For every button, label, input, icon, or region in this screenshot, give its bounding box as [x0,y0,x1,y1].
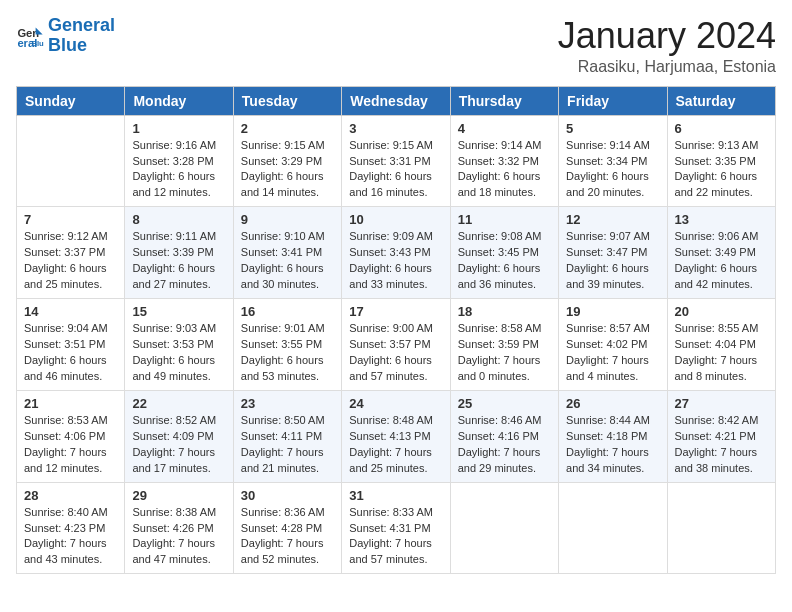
day-number: 13 [675,212,768,227]
day-info: Sunrise: 8:33 AM Sunset: 4:31 PM Dayligh… [349,505,442,569]
day-info: Sunrise: 9:14 AM Sunset: 3:32 PM Dayligh… [458,138,551,202]
calendar-cell: 30 Sunrise: 8:36 AM Sunset: 4:28 PM Dayl… [233,482,341,574]
sunset-text: Sunset: 3:57 PM [349,338,430,350]
daylight-text: Daylight: 6 hours and 14 minutes. [241,170,324,198]
day-number: 30 [241,488,334,503]
sunrise-text: Sunrise: 8:36 AM [241,506,325,518]
calendar-cell: 3 Sunrise: 9:15 AM Sunset: 3:31 PM Dayli… [342,115,450,207]
day-info: Sunrise: 9:09 AM Sunset: 3:43 PM Dayligh… [349,229,442,293]
day-number: 10 [349,212,442,227]
day-number: 9 [241,212,334,227]
day-info: Sunrise: 8:57 AM Sunset: 4:02 PM Dayligh… [566,321,659,385]
calendar-cell: 15 Sunrise: 9:03 AM Sunset: 3:53 PM Dayl… [125,299,233,391]
sunset-text: Sunset: 4:26 PM [132,522,213,534]
sunrise-text: Sunrise: 8:50 AM [241,414,325,426]
day-number: 7 [24,212,117,227]
calendar-cell: 16 Sunrise: 9:01 AM Sunset: 3:55 PM Dayl… [233,299,341,391]
sunset-text: Sunset: 3:32 PM [458,155,539,167]
day-number: 4 [458,121,551,136]
calendar-week-4: 28 Sunrise: 8:40 AM Sunset: 4:23 PM Dayl… [17,482,776,574]
calendar-table: Sunday Monday Tuesday Wednesday Thursday… [16,86,776,575]
sunrise-text: Sunrise: 9:14 AM [566,139,650,151]
daylight-text: Daylight: 7 hours and 57 minutes. [349,537,432,565]
sunset-text: Sunset: 3:39 PM [132,246,213,258]
sunrise-text: Sunrise: 9:06 AM [675,230,759,242]
sunset-text: Sunset: 3:53 PM [132,338,213,350]
sunrise-text: Sunrise: 8:55 AM [675,322,759,334]
sunrise-text: Sunrise: 9:08 AM [458,230,542,242]
calendar-cell: 25 Sunrise: 8:46 AM Sunset: 4:16 PM Dayl… [450,390,558,482]
sunrise-text: Sunrise: 8:57 AM [566,322,650,334]
sunset-text: Sunset: 3:34 PM [566,155,647,167]
calendar-cell: 8 Sunrise: 9:11 AM Sunset: 3:39 PM Dayli… [125,207,233,299]
sunrise-text: Sunrise: 8:53 AM [24,414,108,426]
daylight-text: Daylight: 7 hours and 0 minutes. [458,354,541,382]
calendar-cell: 6 Sunrise: 9:13 AM Sunset: 3:35 PM Dayli… [667,115,775,207]
day-number: 16 [241,304,334,319]
sunrise-text: Sunrise: 9:15 AM [349,139,433,151]
calendar-cell: 4 Sunrise: 9:14 AM Sunset: 3:32 PM Dayli… [450,115,558,207]
calendar-week-1: 7 Sunrise: 9:12 AM Sunset: 3:37 PM Dayli… [17,207,776,299]
daylight-text: Daylight: 7 hours and 52 minutes. [241,537,324,565]
sunset-text: Sunset: 3:41 PM [241,246,322,258]
header-saturday: Saturday [667,86,775,115]
calendar-cell: 5 Sunrise: 9:14 AM Sunset: 3:34 PM Dayli… [559,115,667,207]
logo: Gen eral Blue General Blue [16,16,115,56]
sunset-text: Sunset: 3:55 PM [241,338,322,350]
sunrise-text: Sunrise: 8:38 AM [132,506,216,518]
sunset-text: Sunset: 3:29 PM [241,155,322,167]
calendar-cell: 24 Sunrise: 8:48 AM Sunset: 4:13 PM Dayl… [342,390,450,482]
daylight-text: Daylight: 6 hours and 57 minutes. [349,354,432,382]
sunrise-text: Sunrise: 9:12 AM [24,230,108,242]
daylight-text: Daylight: 6 hours and 16 minutes. [349,170,432,198]
sunrise-text: Sunrise: 8:52 AM [132,414,216,426]
daylight-text: Daylight: 6 hours and 46 minutes. [24,354,107,382]
day-info: Sunrise: 8:36 AM Sunset: 4:28 PM Dayligh… [241,505,334,569]
sunrise-text: Sunrise: 9:10 AM [241,230,325,242]
day-number: 21 [24,396,117,411]
day-info: Sunrise: 9:10 AM Sunset: 3:41 PM Dayligh… [241,229,334,293]
day-number: 5 [566,121,659,136]
day-info: Sunrise: 9:00 AM Sunset: 3:57 PM Dayligh… [349,321,442,385]
daylight-text: Daylight: 6 hours and 27 minutes. [132,262,215,290]
calendar-cell: 1 Sunrise: 9:16 AM Sunset: 3:28 PM Dayli… [125,115,233,207]
daylight-text: Daylight: 7 hours and 4 minutes. [566,354,649,382]
day-number: 12 [566,212,659,227]
sunset-text: Sunset: 3:28 PM [132,155,213,167]
sunrise-text: Sunrise: 9:14 AM [458,139,542,151]
header-friday: Friday [559,86,667,115]
daylight-text: Daylight: 7 hours and 12 minutes. [24,446,107,474]
sunrise-text: Sunrise: 9:03 AM [132,322,216,334]
day-info: Sunrise: 9:07 AM Sunset: 3:47 PM Dayligh… [566,229,659,293]
day-info: Sunrise: 8:53 AM Sunset: 4:06 PM Dayligh… [24,413,117,477]
sunrise-text: Sunrise: 9:13 AM [675,139,759,151]
header-tuesday: Tuesday [233,86,341,115]
sunrise-text: Sunrise: 9:16 AM [132,139,216,151]
daylight-text: Daylight: 7 hours and 38 minutes. [675,446,758,474]
daylight-text: Daylight: 6 hours and 22 minutes. [675,170,758,198]
calendar-cell: 23 Sunrise: 8:50 AM Sunset: 4:11 PM Dayl… [233,390,341,482]
sunset-text: Sunset: 4:31 PM [349,522,430,534]
day-number: 28 [24,488,117,503]
sunrise-text: Sunrise: 9:15 AM [241,139,325,151]
sunset-text: Sunset: 3:45 PM [458,246,539,258]
sunset-text: Sunset: 4:23 PM [24,522,105,534]
sunrise-text: Sunrise: 9:01 AM [241,322,325,334]
day-number: 31 [349,488,442,503]
sunset-text: Sunset: 3:59 PM [458,338,539,350]
daylight-text: Daylight: 6 hours and 20 minutes. [566,170,649,198]
daylight-text: Daylight: 7 hours and 43 minutes. [24,537,107,565]
calendar-cell: 27 Sunrise: 8:42 AM Sunset: 4:21 PM Dayl… [667,390,775,482]
location-title: Raasiku, Harjumaa, Estonia [558,58,776,76]
calendar-cell [667,482,775,574]
month-title: January 2024 [558,16,776,56]
calendar-cell: 29 Sunrise: 8:38 AM Sunset: 4:26 PM Dayl… [125,482,233,574]
sunrise-text: Sunrise: 8:48 AM [349,414,433,426]
daylight-text: Daylight: 6 hours and 12 minutes. [132,170,215,198]
header-row: Sunday Monday Tuesday Wednesday Thursday… [17,86,776,115]
day-info: Sunrise: 9:15 AM Sunset: 3:29 PM Dayligh… [241,138,334,202]
sunset-text: Sunset: 4:16 PM [458,430,539,442]
sunset-text: Sunset: 4:11 PM [241,430,322,442]
daylight-text: Daylight: 6 hours and 42 minutes. [675,262,758,290]
sunrise-text: Sunrise: 8:42 AM [675,414,759,426]
